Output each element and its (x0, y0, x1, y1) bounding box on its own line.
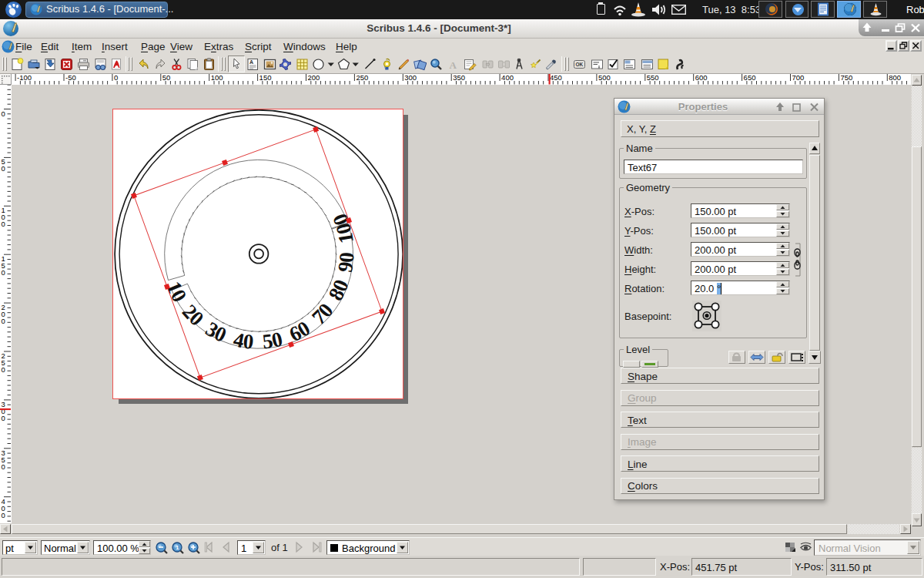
svg-text:650: 650 (744, 74, 756, 82)
svg-text:0: 0 (242, 329, 254, 353)
svg-text:-100: -100 (17, 74, 32, 82)
svg-text:300: 300 (404, 74, 417, 82)
svg-text:A: A (249, 59, 253, 65)
svg-text:0: 0 (334, 251, 358, 263)
svg-text:400: 400 (501, 74, 514, 82)
svg-text:0: 0 (114, 74, 118, 82)
svg-text:550: 550 (647, 74, 659, 82)
svg-text:-50: -50 (65, 74, 76, 82)
svg-text:0: 0 (2, 414, 5, 422)
svg-text:0: 0 (2, 220, 5, 228)
svg-text:450: 450 (550, 74, 562, 82)
svg-text:750: 750 (840, 74, 852, 82)
svg-text:A: A (450, 59, 457, 71)
svg-text:0: 0 (2, 317, 5, 325)
svg-text:250: 250 (356, 74, 368, 82)
svg-text:500: 500 (598, 74, 611, 82)
svg-text:200: 200 (308, 74, 320, 82)
svg-text:800: 800 (889, 74, 901, 82)
svg-text:350: 350 (453, 74, 465, 82)
svg-text:OK: OK (576, 62, 584, 67)
svg-text:600: 600 (695, 74, 708, 82)
svg-text:0: 0 (2, 511, 5, 519)
svg-text:0: 0 (2, 109, 5, 118)
svg-text:0: 0 (2, 268, 5, 277)
svg-text:0: 0 (2, 164, 5, 173)
svg-text:1: 1 (176, 544, 179, 551)
svg-text:0: 0 (2, 365, 5, 374)
svg-text:700: 700 (792, 74, 805, 82)
svg-text:0: 0 (2, 462, 5, 471)
svg-text:100: 100 (211, 74, 223, 82)
svg-text:150: 150 (259, 74, 272, 82)
svg-text:50: 50 (162, 74, 171, 82)
